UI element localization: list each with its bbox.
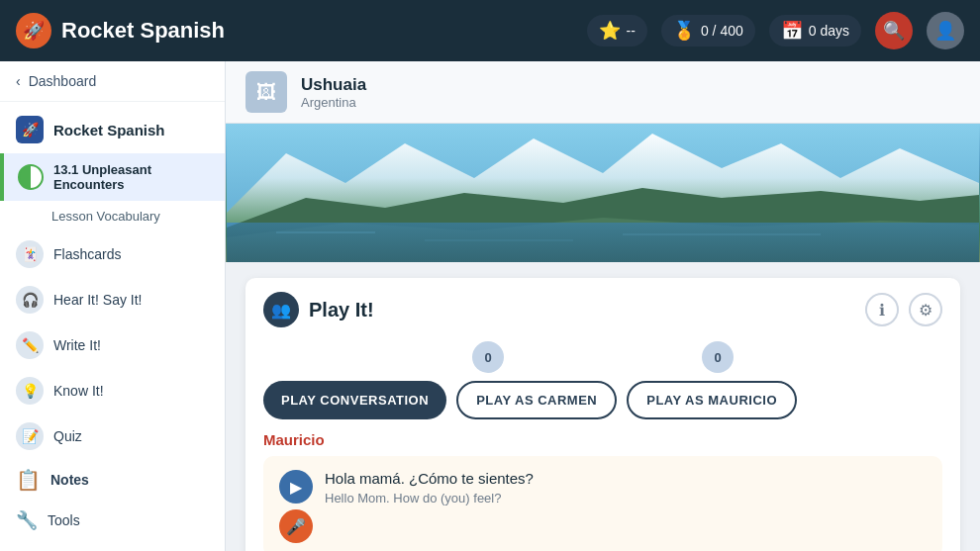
quiz-label: Quiz — [53, 428, 82, 444]
logo-icon: 🚀 — [16, 13, 51, 48]
score-row: 0 0 — [245, 337, 960, 381]
star-icon: ⭐ — [599, 20, 621, 42]
dialogue-text: Hola mamá. ¿Cómo te sientes? Hello Mom. … — [325, 470, 927, 505]
playit-panel-icon: 👥 — [263, 292, 299, 327]
location-info: Ushuaia Argentina — [301, 75, 366, 110]
sidebar-item-know-it[interactable]: 💡 Know It! — [0, 368, 225, 413]
settings-icon: ⚙ — [919, 301, 932, 320]
know-it-icon: 💡 — [16, 377, 44, 405]
medal-icon: 🏅 — [673, 20, 695, 42]
hear-say-icon: 🎧 — [16, 286, 44, 314]
sidebar-section-header: 🚀 Rocket Spanish — [0, 102, 225, 153]
lesson-title: 13.1 Unpleasant Encounters — [53, 162, 211, 192]
location-header: 🖼 Ushuaia Argentina — [226, 61, 980, 124]
sidebar-item-flashcards[interactable]: 🃏 Flashcards — [0, 231, 225, 277]
quiz-icon: 📝 — [16, 422, 44, 450]
settings-button[interactable]: ⚙ — [909, 293, 942, 326]
points-badge: ⭐ -- — [587, 15, 647, 46]
sidebar: ‹ Dashboard 🚀 Rocket Spanish 13.1 Unplea… — [0, 61, 226, 551]
xp-badge: 🏅 0 / 400 — [661, 15, 755, 46]
landscape-svg — [226, 124, 980, 262]
flashcards-label: Flashcards — [53, 246, 121, 262]
top-navigation: 🚀 Rocket Spanish ⭐ -- 🏅 0 / 400 📅 0 days… — [0, 0, 980, 61]
flashcards-icon: 🃏 — [16, 240, 44, 268]
streak-badge: 📅 0 days — [769, 15, 861, 46]
playit-header: 👥 Play It! ℹ ⚙ — [245, 278, 960, 337]
chevron-left-icon: ‹ — [16, 73, 21, 89]
app-title: Rocket Spanish — [61, 18, 225, 44]
search-button[interactable]: 🔍 — [875, 12, 913, 49]
main-layout: ‹ Dashboard 🚀 Rocket Spanish 13.1 Unplea… — [0, 61, 980, 551]
write-it-label: Write It! — [53, 337, 101, 353]
write-it-icon: ✏️ — [16, 331, 44, 359]
sidebar-item-write-it[interactable]: ✏️ Write It! — [0, 322, 225, 368]
location-subtitle: Argentina — [301, 95, 366, 110]
playit-title-group: 👥 Play It! — [263, 292, 374, 327]
play-carmen-button[interactable]: PLAY AS CARMEN — [456, 381, 617, 419]
vocab-label: Lesson Vocabulary — [51, 209, 160, 224]
sidebar-item-quiz[interactable]: 📝 Quiz — [0, 413, 225, 459]
nav-brand: 🚀 Rocket Spanish — [16, 13, 225, 48]
landscape-image — [226, 124, 980, 262]
avatar[interactable]: 👤 — [927, 12, 964, 49]
speaker-name: Mauricio — [263, 431, 942, 448]
streak-value: 0 days — [809, 23, 849, 39]
hear-say-label: Hear It! Say It! — [53, 292, 142, 308]
rocket-section-icon: 🚀 — [16, 116, 44, 143]
playit-panel: 👥 Play It! ℹ ⚙ 0 0 PLAY CO — [245, 278, 960, 551]
main-content: 🖼 Ushuaia Argentina — [226, 61, 980, 551]
dashboard-link[interactable]: ‹ Dashboard — [0, 61, 225, 102]
svg-rect-4 — [227, 223, 979, 262]
dialogue-bubble: ▶ 🎤 Hola mamá. ¿Cómo te sientes? Hello M… — [263, 456, 942, 551]
playit-controls: ℹ ⚙ — [865, 293, 942, 326]
notes-icon: 📋 — [16, 468, 41, 492]
playit-title: Play It! — [309, 299, 374, 321]
notes-label: Notes — [50, 472, 89, 488]
sidebar-item-hear-say[interactable]: 🎧 Hear It! Say It! — [0, 277, 225, 322]
score-right: 0 — [702, 341, 734, 373]
tools-icon: 🔧 — [16, 509, 38, 531]
xp-value: 0 / 400 — [701, 23, 743, 39]
info-button[interactable]: ℹ — [865, 293, 899, 326]
dashboard-label: Dashboard — [29, 73, 97, 89]
play-buttons-row: PLAY CONVERSATION PLAY AS CARMEN PLAY AS… — [245, 381, 960, 431]
nav-actions: ⭐ -- 🏅 0 / 400 📅 0 days 🔍 👤 — [587, 12, 964, 49]
play-audio-button[interactable]: ▶ — [279, 470, 313, 504]
lesson-progress-circle — [18, 164, 44, 190]
score-left: 0 — [472, 341, 504, 373]
location-image-icon: 🖼 — [245, 71, 287, 113]
location-name: Ushuaia — [301, 75, 366, 95]
play-conversation-button[interactable]: PLAY CONVERSATION — [263, 381, 446, 419]
info-icon: ℹ — [879, 301, 885, 320]
sidebar-item-tools[interactable]: 🔧 Tools — [0, 501, 225, 540]
sidebar-item-vocab[interactable]: Lesson Vocabulary — [0, 201, 225, 231]
english-text: Hello Mom. How do (you) feel? — [325, 491, 927, 505]
sidebar-item-notes[interactable]: 📋 Notes — [0, 459, 225, 501]
play-mauricio-button[interactable]: PLAY AS MAURICIO — [627, 381, 797, 419]
know-it-label: Know It! — [53, 383, 104, 399]
dialogue-audio-controls: ▶ 🎤 — [279, 470, 313, 543]
tools-label: Tools — [48, 512, 80, 528]
conversation-area: Mauricio ▶ 🎤 Hola mamá. ¿Cómo te sientes… — [245, 431, 960, 551]
calendar-icon: 📅 — [781, 20, 803, 42]
points-value: -- — [627, 23, 636, 39]
sidebar-item-lesson[interactable]: 13.1 Unpleasant Encounters — [0, 153, 225, 201]
record-button[interactable]: 🎤 — [279, 509, 313, 543]
spanish-text: Hola mamá. ¿Cómo te sientes? — [325, 470, 927, 487]
section-title: Rocket Spanish — [53, 122, 165, 138]
